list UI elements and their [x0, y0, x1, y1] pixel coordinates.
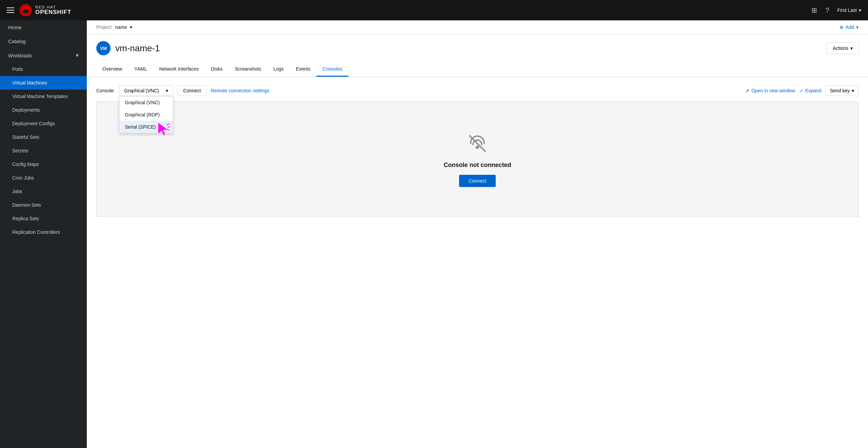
svg-line-5	[167, 129, 170, 130]
tab-consoles[interactable]: Consoles	[316, 62, 348, 77]
console-right-controls: ↗ Open in new window ⤢ Expand Send key ▾	[745, 85, 859, 96]
svg-point-6	[476, 146, 478, 148]
sidebar-item-config-maps[interactable]: Config Maps	[0, 157, 87, 171]
sidebar-item-replication-controllers[interactable]: Replication Controllers	[0, 225, 87, 239]
actions-button[interactable]: Actions ▾	[827, 42, 859, 54]
chevron-down-icon: ▾	[130, 24, 132, 30]
console-dropdown: Graphical (VNC) Graphical (RDP) Serial (…	[119, 96, 173, 133]
sidebar-item-replica-sets[interactable]: Replica Sets	[0, 212, 87, 225]
grid-icon[interactable]: ⊞	[811, 6, 817, 14]
project-selector[interactable]: Project: name ▾	[96, 24, 132, 30]
external-link-icon: ↗	[745, 88, 749, 94]
sidebar-item-daemon-sets[interactable]: Daemon Sets	[0, 198, 87, 212]
sidebar-item-catalog[interactable]: Catalog	[0, 34, 87, 48]
add-button[interactable]: ⊕ Add ▾	[840, 24, 859, 30]
tab-logs[interactable]: Logs	[267, 62, 290, 77]
add-dropdown-icon: ▾	[856, 24, 859, 30]
not-connected-text: Console not connected	[443, 162, 511, 169]
console-type-dropdown[interactable]: Graphical (VNC) ▾	[119, 85, 173, 96]
sidebar-item-jobs[interactable]: Jobs	[0, 185, 87, 198]
top-header: RED HAT OPENSHIFT ⊞ ? First Last ▾	[0, 0, 868, 20]
tab-network-interfaces[interactable]: Network Interfaces	[153, 62, 205, 77]
expand-icon: ⤢	[799, 88, 803, 93]
console-viewport: Console not connected Connect	[96, 101, 859, 217]
sidebar-item-secrets[interactable]: Secrets	[0, 144, 87, 157]
tab-events[interactable]: Events	[290, 62, 317, 77]
user-menu[interactable]: First Last ▾	[837, 7, 861, 13]
chevron-down-icon: ▾	[76, 52, 79, 58]
sidebar-item-pods[interactable]: Pods	[0, 62, 87, 76]
logo: RED HAT OPENSHIFT	[20, 4, 71, 16]
console-select-wrapper: Graphical (VNC) ▾ Graphical (VNC) Graphi…	[119, 85, 173, 96]
plus-icon: ⊕	[840, 24, 844, 30]
vm-title-area: VM vm-name-1	[96, 41, 160, 55]
main-content: Project: name ▾ ⊕ Add ▾ VM vm-name-1 Act…	[87, 20, 868, 448]
help-icon[interactable]: ?	[825, 6, 829, 14]
header-right: ⊞ ? First Last ▾	[811, 6, 861, 14]
header-left: RED HAT OPENSHIFT	[7, 4, 71, 16]
console-option-vnc[interactable]: Graphical (VNC)	[119, 96, 173, 109]
tab-screenshots[interactable]: Screanshots	[229, 62, 267, 77]
tabs-bar: Overview YAML Network Interfaces Disks S…	[87, 62, 868, 77]
sidebar-item-workloads[interactable]: Workloads ▾	[0, 48, 87, 62]
sidebar-item-stateful-sets[interactable]: Stateful Sets	[0, 130, 87, 144]
tab-overview[interactable]: Overview	[96, 62, 128, 77]
logo-text: RED HAT OPENSHIFT	[35, 5, 71, 16]
sidebar-item-deployments[interactable]: Deployments	[0, 103, 87, 117]
tab-yaml[interactable]: YAML	[128, 62, 153, 77]
send-key-button[interactable]: Send key ▾	[826, 85, 859, 96]
project-label: Project:	[96, 24, 112, 30]
page-title: vm-name-1	[115, 43, 160, 54]
sidebar-item-deployment-configs[interactable]: Deployment Configs	[0, 117, 87, 130]
sidebar-item-virtual-machines[interactable]: Virtual Machines	[0, 76, 87, 90]
sidebar-item-cron-jobs[interactable]: Cron Jobs	[0, 171, 87, 185]
redhat-logo-icon	[20, 4, 32, 16]
connect-button[interactable]: Connect	[177, 85, 206, 96]
project-name: name	[115, 24, 127, 30]
sidebar-item-home[interactable]: Home	[0, 20, 87, 34]
console-option-rdp[interactable]: Graphical (RDP)	[119, 109, 173, 121]
user-name: First Last	[837, 7, 857, 13]
not-connected-icon	[466, 132, 489, 155]
console-controls: Console: Graphical (VNC) ▾ Graphical (VN…	[96, 85, 859, 96]
user-dropdown-icon: ▾	[859, 7, 861, 13]
tab-disks[interactable]: Disks	[205, 62, 229, 77]
sidebar: Home Catalog Workloads ▾ Pods Virtual Ma…	[0, 20, 87, 448]
connect-big-button[interactable]: Connect	[459, 175, 496, 187]
open-new-window-button[interactable]: ↗ Open in new window	[745, 88, 795, 94]
project-bar: Project: name ▾ ⊕ Add ▾	[87, 20, 868, 34]
expand-button[interactable]: ⤢ Expand	[799, 88, 821, 93]
svg-line-3	[167, 124, 170, 125]
vm-badge: VM	[96, 41, 111, 55]
hamburger-menu[interactable]	[7, 7, 14, 13]
page-header: VM vm-name-1 Actions ▾	[87, 34, 868, 62]
console-label: Console:	[96, 88, 115, 93]
console-area: Console: Graphical (VNC) ▾ Graphical (VN…	[87, 77, 868, 225]
chevron-down-icon: ▾	[166, 88, 168, 93]
remote-connection-settings-link[interactable]: Remote connection settings	[211, 88, 269, 93]
chevron-down-icon: ▾	[850, 45, 853, 51]
console-type-selected: Graphical (VNC)	[124, 88, 159, 93]
chevron-down-icon: ▾	[852, 88, 854, 93]
console-option-spice[interactable]: Serial (SPICE)	[119, 121, 173, 133]
sidebar-item-virtual-machine-templates[interactable]: Virtual Machine Templates	[0, 90, 87, 103]
